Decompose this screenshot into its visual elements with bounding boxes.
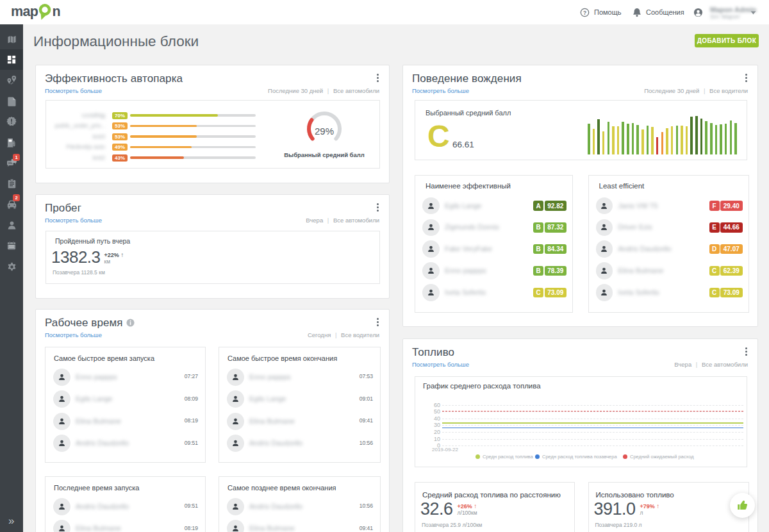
svg-text:?: ? xyxy=(583,9,586,15)
svg-text:29%: 29% xyxy=(315,126,334,137)
